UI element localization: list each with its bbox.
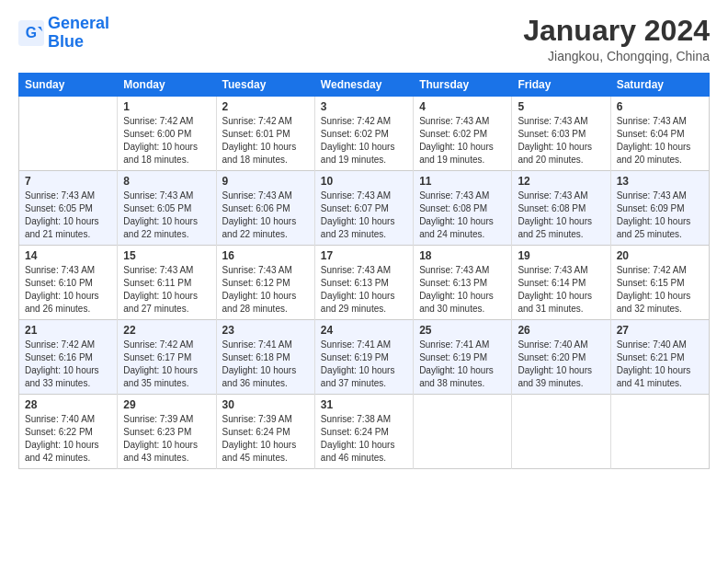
week-row-4: 21 Sunrise: 7:42 AMSunset: 6:16 PMDaylig… bbox=[19, 320, 710, 395]
day-number: 3 bbox=[321, 100, 407, 113]
cell-w5-d5 bbox=[414, 395, 512, 469]
day-info: Sunrise: 7:43 AMSunset: 6:03 PMDaylight:… bbox=[518, 115, 604, 167]
cell-w5-d3: 30 Sunrise: 7:39 AMSunset: 6:24 PMDaylig… bbox=[216, 395, 314, 469]
cell-w1-d1 bbox=[19, 97, 118, 171]
day-number: 11 bbox=[419, 175, 506, 188]
col-sunday: Sunday bbox=[19, 74, 118, 97]
logo-blue: Blue bbox=[48, 32, 84, 51]
cell-w1-d7: 6 Sunrise: 7:43 AMSunset: 6:04 PMDayligh… bbox=[610, 97, 709, 171]
day-info: Sunrise: 7:39 AMSunset: 6:24 PMDaylight:… bbox=[222, 413, 309, 465]
day-info: Sunrise: 7:43 AMSunset: 6:04 PMDaylight:… bbox=[617, 115, 703, 167]
col-thursday: Thursday bbox=[414, 74, 512, 97]
col-wednesday: Wednesday bbox=[314, 74, 413, 97]
cell-w1-d4: 3 Sunrise: 7:42 AMSunset: 6:02 PMDayligh… bbox=[314, 97, 413, 171]
cell-w2-d3: 9 Sunrise: 7:43 AMSunset: 6:06 PMDayligh… bbox=[216, 171, 314, 246]
day-number: 31 bbox=[321, 398, 407, 411]
day-info: Sunrise: 7:40 AMSunset: 6:21 PMDaylight:… bbox=[617, 339, 703, 390]
day-number: 21 bbox=[25, 324, 111, 337]
cell-w1-d2: 1 Sunrise: 7:42 AMSunset: 6:00 PMDayligh… bbox=[118, 97, 216, 171]
day-number: 18 bbox=[419, 249, 506, 262]
day-info: Sunrise: 7:43 AMSunset: 6:08 PMDaylight:… bbox=[419, 190, 506, 241]
month-title: January 2024 bbox=[523, 15, 710, 47]
logo-general: General bbox=[48, 14, 109, 32]
day-number: 7 bbox=[25, 175, 111, 188]
week-row-2: 7 Sunrise: 7:43 AMSunset: 6:05 PMDayligh… bbox=[19, 171, 710, 246]
cell-w3-d5: 18 Sunrise: 7:43 AMSunset: 6:13 PMDaylig… bbox=[414, 246, 512, 320]
cell-w3-d3: 16 Sunrise: 7:43 AMSunset: 6:12 PMDaylig… bbox=[216, 246, 314, 320]
cell-w2-d7: 13 Sunrise: 7:43 AMSunset: 6:09 PMDaylig… bbox=[610, 171, 709, 246]
day-number: 20 bbox=[617, 249, 703, 262]
day-info: Sunrise: 7:43 AMSunset: 6:10 PMDaylight:… bbox=[25, 264, 111, 316]
cell-w4-d4: 24 Sunrise: 7:41 AMSunset: 6:19 PMDaylig… bbox=[314, 320, 413, 395]
week-row-1: 1 Sunrise: 7:42 AMSunset: 6:00 PMDayligh… bbox=[19, 97, 710, 171]
day-info: Sunrise: 7:41 AMSunset: 6:18 PMDaylight:… bbox=[222, 339, 309, 390]
day-number: 30 bbox=[222, 398, 309, 411]
title-block: January 2024 Jiangkou, Chongqing, China bbox=[523, 15, 710, 63]
cell-w4-d6: 26 Sunrise: 7:40 AMSunset: 6:20 PMDaylig… bbox=[512, 320, 610, 395]
day-info: Sunrise: 7:39 AMSunset: 6:23 PMDaylight:… bbox=[123, 413, 210, 465]
day-info: Sunrise: 7:43 AMSunset: 6:13 PMDaylight:… bbox=[419, 264, 506, 316]
cell-w2-d6: 12 Sunrise: 7:43 AMSunset: 6:08 PMDaylig… bbox=[512, 171, 610, 246]
day-info: Sunrise: 7:43 AMSunset: 6:13 PMDaylight:… bbox=[321, 264, 407, 316]
day-info: Sunrise: 7:41 AMSunset: 6:19 PMDaylight:… bbox=[321, 339, 407, 390]
cell-w4-d5: 25 Sunrise: 7:41 AMSunset: 6:19 PMDaylig… bbox=[414, 320, 512, 395]
calendar-table: Sunday Monday Tuesday Wednesday Thursday… bbox=[18, 73, 710, 469]
day-info: Sunrise: 7:42 AMSunset: 6:02 PMDaylight:… bbox=[321, 115, 407, 167]
cell-w4-d3: 23 Sunrise: 7:41 AMSunset: 6:18 PMDaylig… bbox=[216, 320, 314, 395]
col-monday: Monday bbox=[118, 74, 216, 97]
day-number: 15 bbox=[123, 249, 210, 262]
cell-w2-d4: 10 Sunrise: 7:43 AMSunset: 6:07 PMDaylig… bbox=[314, 171, 413, 246]
day-info: Sunrise: 7:42 AMSunset: 6:15 PMDaylight:… bbox=[617, 264, 703, 316]
day-info: Sunrise: 7:43 AMSunset: 6:08 PMDaylight:… bbox=[518, 190, 604, 241]
day-number: 17 bbox=[321, 249, 407, 262]
day-info: Sunrise: 7:43 AMSunset: 6:05 PMDaylight:… bbox=[25, 190, 111, 241]
day-number: 1 bbox=[123, 100, 210, 113]
day-number: 24 bbox=[321, 324, 407, 337]
day-info: Sunrise: 7:43 AMSunset: 6:09 PMDaylight:… bbox=[617, 190, 703, 241]
cell-w5-d4: 31 Sunrise: 7:38 AMSunset: 6:24 PMDaylig… bbox=[314, 395, 413, 469]
day-number: 4 bbox=[419, 100, 506, 113]
svg-text:G: G bbox=[26, 25, 37, 40]
day-number: 8 bbox=[123, 175, 210, 188]
day-info: Sunrise: 7:41 AMSunset: 6:19 PMDaylight:… bbox=[419, 339, 506, 390]
cell-w2-d1: 7 Sunrise: 7:43 AMSunset: 6:05 PMDayligh… bbox=[19, 171, 118, 246]
day-info: Sunrise: 7:40 AMSunset: 6:22 PMDaylight:… bbox=[25, 413, 111, 465]
cell-w4-d1: 21 Sunrise: 7:42 AMSunset: 6:16 PMDaylig… bbox=[19, 320, 118, 395]
header: G General Blue January 2024 Jiangkou, Ch… bbox=[18, 15, 710, 63]
day-number: 16 bbox=[222, 249, 309, 262]
week-row-5: 28 Sunrise: 7:40 AMSunset: 6:22 PMDaylig… bbox=[19, 395, 710, 469]
day-info: Sunrise: 7:42 AMSunset: 6:01 PMDaylight:… bbox=[222, 115, 309, 167]
col-friday: Friday bbox=[512, 74, 610, 97]
day-info: Sunrise: 7:42 AMSunset: 6:00 PMDaylight:… bbox=[123, 115, 210, 167]
cell-w5-d2: 29 Sunrise: 7:39 AMSunset: 6:23 PMDaylig… bbox=[118, 395, 216, 469]
day-info: Sunrise: 7:43 AMSunset: 6:02 PMDaylight:… bbox=[419, 115, 506, 167]
cell-w2-d2: 8 Sunrise: 7:43 AMSunset: 6:05 PMDayligh… bbox=[118, 171, 216, 246]
day-number: 9 bbox=[222, 175, 309, 188]
day-number: 27 bbox=[617, 324, 703, 337]
cell-w4-d7: 27 Sunrise: 7:40 AMSunset: 6:21 PMDaylig… bbox=[610, 320, 709, 395]
logo: G General Blue bbox=[18, 15, 109, 52]
cell-w1-d5: 4 Sunrise: 7:43 AMSunset: 6:02 PMDayligh… bbox=[414, 97, 512, 171]
logo-text: General Blue bbox=[48, 15, 109, 52]
day-number: 10 bbox=[321, 175, 407, 188]
cell-w3-d2: 15 Sunrise: 7:43 AMSunset: 6:11 PMDaylig… bbox=[118, 246, 216, 320]
page: G General Blue January 2024 Jiangkou, Ch… bbox=[0, 0, 728, 563]
logo-icon: G bbox=[18, 20, 44, 46]
day-number: 6 bbox=[617, 100, 703, 113]
col-tuesday: Tuesday bbox=[216, 74, 314, 97]
header-row: Sunday Monday Tuesday Wednesday Thursday… bbox=[19, 74, 710, 97]
cell-w3-d4: 17 Sunrise: 7:43 AMSunset: 6:13 PMDaylig… bbox=[314, 246, 413, 320]
day-info: Sunrise: 7:43 AMSunset: 6:05 PMDaylight:… bbox=[123, 190, 210, 241]
cell-w4-d2: 22 Sunrise: 7:42 AMSunset: 6:17 PMDaylig… bbox=[118, 320, 216, 395]
cell-w5-d7 bbox=[610, 395, 709, 469]
day-info: Sunrise: 7:43 AMSunset: 6:12 PMDaylight:… bbox=[222, 264, 309, 316]
day-number: 28 bbox=[25, 398, 111, 411]
location: Jiangkou, Chongqing, China bbox=[523, 49, 710, 63]
day-info: Sunrise: 7:42 AMSunset: 6:17 PMDaylight:… bbox=[123, 339, 210, 390]
day-number: 2 bbox=[222, 100, 309, 113]
cell-w3-d6: 19 Sunrise: 7:43 AMSunset: 6:14 PMDaylig… bbox=[512, 246, 610, 320]
col-saturday: Saturday bbox=[610, 74, 709, 97]
day-info: Sunrise: 7:43 AMSunset: 6:11 PMDaylight:… bbox=[123, 264, 210, 316]
cell-w5-d6 bbox=[512, 395, 610, 469]
day-number: 29 bbox=[123, 398, 210, 411]
